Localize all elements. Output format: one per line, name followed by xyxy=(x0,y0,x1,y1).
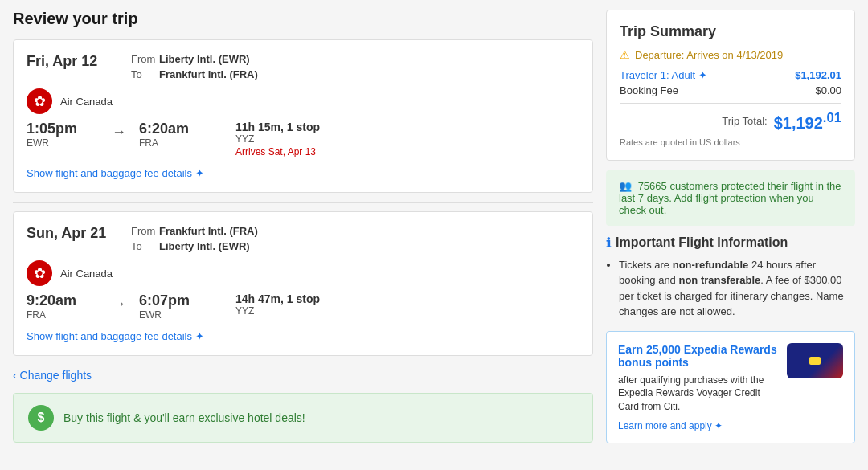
flight-2-date: Sun, Apr 21 xyxy=(27,225,131,242)
flight-2-details: 9:20am FRA → 6:07pm EWR 14h 47m, 1 stop … xyxy=(27,292,579,321)
flight-1-duration: 11h 15m, 1 stop xyxy=(235,121,320,133)
flight-1-arrow: → xyxy=(99,121,139,141)
chevron-left-icon: ‹ xyxy=(13,369,17,382)
flight-1-stop-via: YYZ xyxy=(235,133,320,145)
flight-1-arrives-note: Arrives Sat, Apr 13 xyxy=(235,146,320,157)
flight-2-to-label: To xyxy=(131,240,159,252)
summary-divider xyxy=(620,103,841,104)
flight-1-duration-col: 11h 15m, 1 stop YYZ Arrives Sat, Apr 13 xyxy=(235,121,320,157)
arrow-right-icon: → xyxy=(112,124,126,141)
trip-summary-card: Trip Summary ⚠ Departure: Arrives on 4/1… xyxy=(606,10,855,161)
change-flights-link[interactable]: ‹ Change flights xyxy=(13,369,92,382)
sidebar: Trip Summary ⚠ Departure: Arrives on 4/1… xyxy=(606,10,855,443)
flight-2-from-airport: Frankfurt Intl. (FRA) xyxy=(159,225,258,237)
flight-1-from-airport: Liberty Intl. (EWR) xyxy=(159,53,250,65)
main-content: Review your trip Fri, Apr 12 From Libert… xyxy=(13,10,593,443)
card-chip-icon xyxy=(809,357,821,365)
rate-note: Rates are quoted in US dollars xyxy=(620,137,841,147)
flight-1-details: 1:05pm EWR → 6:20am FRA 11h 15m, 1 stop … xyxy=(27,121,579,157)
warning-triangle-icon: ⚠ xyxy=(620,48,630,61)
rewards-card: Earn 25,000 Expedia Rewards bonus points… xyxy=(606,331,855,443)
flight-1-dep-code: EWR xyxy=(27,137,99,149)
flight-2-route: From Frankfurt Intl. (FRA) To Liberty In… xyxy=(131,225,258,252)
flight-1-date: Fri, Apr 12 xyxy=(27,53,131,70)
flight-2-arrow: → xyxy=(99,292,139,313)
air-canada-logo-2: ✿ xyxy=(27,260,52,286)
info-circle-icon: ℹ xyxy=(606,235,611,251)
protection-banner: 👥 75665 customers protected their flight… xyxy=(606,170,855,226)
flight-2-card: Sun, Apr 21 From Frankfurt Intl. (FRA) T… xyxy=(13,211,593,356)
hotel-banner[interactable]: $ Buy this flight & you'll earn exclusiv… xyxy=(13,393,593,443)
flight-1-airline-name: Air Canada xyxy=(60,96,113,108)
dollar-icon: $ xyxy=(28,405,54,431)
booking-fee-label: Booking Fee xyxy=(620,84,678,96)
flight-2-arr-code: EWR xyxy=(139,309,219,321)
total-amount-cents: .01 xyxy=(823,110,841,125)
booking-fee-row: Booking Fee $0.00 xyxy=(620,84,841,96)
arrow-right-icon-2: → xyxy=(112,296,126,313)
flight-divider xyxy=(13,202,593,203)
important-title-row: ℹ Important Flight Information xyxy=(606,235,855,251)
important-text: Tickets are non-refundable 24 hours afte… xyxy=(606,257,855,320)
flight-2-airline-row: ✿ Air Canada xyxy=(27,260,579,286)
departure-warning-text: Departure: Arrives on 4/13/2019 xyxy=(635,49,783,61)
important-title-text: Important Flight Information xyxy=(616,235,788,250)
flight-2-duration-col: 14h 47m, 1 stop YYZ xyxy=(235,292,320,317)
flight-1-airline-row: ✿ Air Canada xyxy=(27,88,579,114)
flight-1-arr-time: 6:20am xyxy=(139,121,219,137)
total-label: Trip Total: xyxy=(722,115,767,127)
credit-card-image xyxy=(787,343,843,378)
page-title: Review your trip xyxy=(13,10,593,28)
flight-1-from-label: From xyxy=(131,53,159,65)
flight-2-show-details[interactable]: Show flight and baggage fee details ✦ xyxy=(27,330,204,342)
flight-2-arrival: 6:07pm EWR xyxy=(139,292,219,321)
maple-leaf-icon-2: ✿ xyxy=(34,264,46,282)
people-icon: 👥 xyxy=(619,180,632,192)
rewards-left: Earn 25,000 Expedia Rewards bonus points… xyxy=(618,343,779,414)
flight-1-show-details[interactable]: Show flight and baggage fee details ✦ xyxy=(27,167,204,179)
important-section: ℹ Important Flight Information Tickets a… xyxy=(606,235,855,320)
flight-2-stop-via: YYZ xyxy=(235,305,320,317)
rewards-desc: after qualifying purchases with the Expe… xyxy=(618,374,779,414)
flight-1-route: From Liberty Intl. (EWR) To Frankfurt In… xyxy=(131,53,258,80)
rewards-title: Earn 25,000 Expedia Rewards bonus points xyxy=(618,343,779,369)
flight-2-to-airport: Liberty Intl. (EWR) xyxy=(159,240,250,252)
flight-2-departure: 9:20am FRA xyxy=(27,292,99,321)
rewards-link[interactable]: Learn more and apply ✦ xyxy=(618,420,723,431)
total-row: Trip Total: $1,192.01 xyxy=(620,110,841,133)
traveler-row: Traveler 1: Adult ✦ $1,192.01 xyxy=(620,69,841,81)
rewards-inner: Earn 25,000 Expedia Rewards bonus points… xyxy=(618,343,843,414)
flight-1-to-airport: Frankfurt Intl. (FRA) xyxy=(159,68,258,80)
trip-summary-title: Trip Summary xyxy=(620,23,841,40)
flight-1-arr-code: FRA xyxy=(139,137,219,149)
flight-2-airline-name: Air Canada xyxy=(60,268,113,280)
total-amount: $1,192.01 xyxy=(774,110,841,133)
flight-1-arrival: 6:20am FRA xyxy=(139,121,219,149)
change-flights-row: ‹ Change flights xyxy=(13,366,593,385)
traveler-label[interactable]: Traveler 1: Adult ✦ xyxy=(620,69,707,81)
total-amount-main: $1,192 xyxy=(774,114,823,132)
flight-1-to-label: To xyxy=(131,68,159,80)
flight-1-card: Fri, Apr 12 From Liberty Intl. (EWR) To … xyxy=(13,39,593,193)
flight-2-duration: 14h 47m, 1 stop xyxy=(235,292,320,305)
maple-leaf-icon: ✿ xyxy=(34,92,46,110)
hotel-banner-text: Buy this flight & you'll earn exclusive … xyxy=(63,411,305,424)
flight-2-from-label: From xyxy=(131,225,159,237)
flight-1-dep-time: 1:05pm xyxy=(27,121,99,137)
flight-1-departure: 1:05pm EWR xyxy=(27,121,99,149)
flight-2-dep-code: FRA xyxy=(27,309,99,321)
booking-fee-value: $0.00 xyxy=(815,84,841,96)
protection-text: 75665 customers protected their flight i… xyxy=(619,180,841,216)
traveler-price: $1,192.01 xyxy=(795,69,841,81)
flight-2-dep-time: 9:20am xyxy=(27,292,99,309)
departure-warning: ⚠ Departure: Arrives on 4/13/2019 xyxy=(620,48,841,61)
flight-2-arr-time: 6:07pm xyxy=(139,292,219,309)
air-canada-logo: ✿ xyxy=(27,88,52,114)
important-bullet: Tickets are non-refundable 24 hours afte… xyxy=(619,257,855,320)
change-flights-label: Change flights xyxy=(20,369,92,382)
